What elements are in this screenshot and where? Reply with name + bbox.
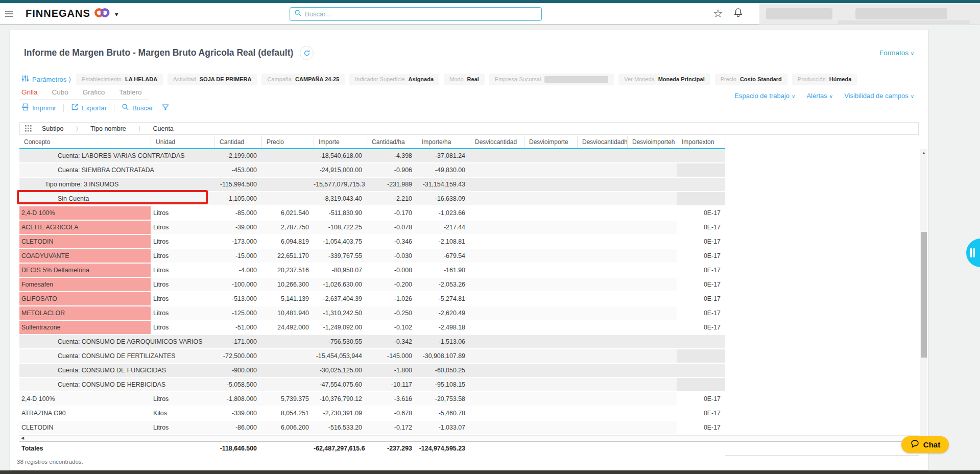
cell-importe-ha: -1,023.66 <box>417 206 470 220</box>
favorite-star-icon[interactable]: ☆ <box>713 8 723 19</box>
vertical-scrollbar[interactable]: ▲ <box>920 149 927 436</box>
cell-precio: 10,266.300 <box>261 278 314 292</box>
link-label: Espacio de trabajo <box>734 92 790 100</box>
parameter-chip-modo[interactable]: ModoReal <box>444 74 485 85</box>
parameters-button[interactable]: Parámetros <box>21 75 66 84</box>
totals-cell-desviocantidadh <box>577 442 627 456</box>
cell-cantidad-ha: -0.008 <box>367 264 417 277</box>
refresh-button[interactable] <box>300 46 314 60</box>
table-row[interactable]: COADYUVANTELitros-15.00022,651.170-339,7… <box>19 249 725 264</box>
imprimir-button[interactable]: Imprimir <box>19 103 58 112</box>
cell-desvioimporte <box>524 278 577 292</box>
table-row[interactable]: CLETODINLitros-86.0006,006.200-516,533.2… <box>19 421 725 435</box>
totals-cell-cantidad-ha: -237.293 <box>367 442 417 456</box>
cell-precio: 8,054.251 <box>261 407 314 420</box>
column-header-cantidad[interactable]: Cantidad <box>214 136 261 148</box>
exportar-button[interactable]: Exportar <box>69 103 109 112</box>
tab-grilla[interactable]: Grilla <box>19 88 45 99</box>
parameter-chip-indicador-superficie[interactable]: Indicador SuperficieAsignada <box>349 74 439 85</box>
cell-desvioimporteh <box>627 206 677 220</box>
hamburger-menu-icon[interactable] <box>3 6 18 21</box>
group-by-tipo-nombre[interactable]: Tipo nombre <box>87 125 129 132</box>
cell-cantidad-ha: -0.906 <box>367 163 417 177</box>
table-row[interactable]: DECIS 5% DeltametrinaLitros-4.00020,237.… <box>19 264 725 278</box>
cell-importe-ha: -2,108.81 <box>417 235 470 249</box>
table-row[interactable]: Cuenta: LABORES VARIAS CONTRATADAS-2,199… <box>19 149 725 163</box>
brand-logo[interactable]: FINNEGANS ▼ <box>26 7 119 20</box>
parameter-chip-campa-a[interactable]: CampañaCAMPAÑA 24-25 <box>261 74 345 85</box>
column-header-desvioimporteh[interactable]: Desvioimporteh <box>627 136 677 148</box>
column-header-desviocantidad[interactable]: Desviocantidad <box>470 136 524 148</box>
cell-desvioimporteh <box>627 421 677 435</box>
tab-tablero[interactable]: Tablero <box>112 88 149 99</box>
table-row[interactable]: Cuenta: CONSUMO DE FUNGICIDAS-900.000-30… <box>19 364 725 378</box>
tab-cubo[interactable]: Cubo <box>45 88 76 99</box>
chat-button[interactable]: Chat <box>901 436 949 453</box>
buscar-button[interactable]: Buscar <box>119 103 155 112</box>
cell-concepto: METOLACLOR <box>19 306 151 320</box>
cell-cantidad: -1,105.000 <box>214 192 261 206</box>
search-input[interactable] <box>305 10 519 18</box>
tab-gr-fico[interactable]: Gráfico <box>76 88 112 99</box>
formats-dropdown[interactable]: Formatos ∨ <box>879 49 914 57</box>
column-header-precio[interactable]: Precio <box>261 136 314 148</box>
cell-importe: -511,830.90 <box>314 206 367 220</box>
filter-funnel-icon[interactable] <box>161 104 170 112</box>
cell-desvioimporte <box>524 149 577 163</box>
parameter-chip-actividad[interactable]: ActividadSOJA DE PRIMERA <box>168 74 257 85</box>
table-row[interactable]: Tipo nombre: 3 INSUMOS-115,994.500-15,57… <box>19 178 725 192</box>
column-header-desviocantidadh[interactable]: Desviocantidadh <box>577 136 627 148</box>
table-row[interactable]: GLIFOSATOLitros-513.0005,141.139-2,637,4… <box>19 292 725 306</box>
scrollbar-thumb[interactable] <box>921 232 927 358</box>
column-header-importexton[interactable]: Importexton <box>677 136 725 148</box>
group-by-cuenta[interactable]: Cuenta <box>150 125 177 132</box>
parameter-chip-establecimiento[interactable]: EstablecimientoLA HELADA <box>76 74 163 85</box>
table-row[interactable]: Cuenta: CONSUMO DE AGROQUIMICOS VARIOS-1… <box>19 335 725 349</box>
table-row[interactable]: Cuenta: CONSUMO DE FERTILIZANTES-72,500.… <box>19 349 725 364</box>
table-row[interactable]: Sin Cuenta-1,105.000-8,319,043.40-2.210-… <box>19 192 725 206</box>
parameter-chip-producci-n[interactable]: ProducciónHúmeda <box>792 74 857 85</box>
formats-label: Formatos <box>879 49 909 57</box>
cell-importexton: 0E-17 <box>677 321 725 335</box>
table-row[interactable]: Cuenta: CONSUMO DE HERBICIDAS-5,058.500-… <box>19 378 725 392</box>
column-header-importe-ha[interactable]: Importe/ha <box>417 136 470 148</box>
parameter-value: SOJA DE PRIMERA <box>200 76 252 82</box>
parameter-chip-ver-moneda[interactable]: Ver MonedaMoneda Principal <box>618 74 710 85</box>
horizontal-scrollbar[interactable]: ◀ <box>19 435 919 441</box>
scroll-left-icon[interactable]: ◀ <box>21 436 24 440</box>
column-header-desvioimporte[interactable]: Desvioimporte <box>524 136 577 148</box>
table-row[interactable]: FomesafenLitros-100.00010,266.300-1,026,… <box>19 278 725 292</box>
column-header-unidad[interactable]: Unidad <box>151 136 214 148</box>
link-visibilidad-de-campos[interactable]: Visibilidad de campos∨ <box>844 92 914 100</box>
parameter-chip-precio[interactable]: PrecioCosto Standard <box>715 74 787 85</box>
table-row[interactable]: Cuenta: SIEMBRA CONTRATADA-453.000-24,91… <box>19 163 725 178</box>
global-search <box>290 7 542 21</box>
link-label: Alertas <box>806 92 827 100</box>
column-header-concepto[interactable]: Concepto <box>19 136 151 148</box>
cell-concepto: 2,4-D 100% <box>19 392 151 406</box>
chevron-down-icon: ∨ <box>792 93 795 99</box>
data-grid: ConceptoUnidadCantidadPrecioImporteCanti… <box>19 136 928 435</box>
cell-precio <box>261 149 314 163</box>
totals-cell-desviocantidad <box>470 442 524 456</box>
table-row[interactable]: ATRAZINA G90Kilos-339.0008,054.251-2,730… <box>19 407 725 421</box>
table-row[interactable]: ACEITE AGRICOLALitros-39.0002,787.750-10… <box>19 221 725 235</box>
table-row[interactable]: SulfentrazoneLitros-51.00024,492.000-1,2… <box>19 321 725 335</box>
scroll-up-icon[interactable]: ▲ <box>920 149 927 155</box>
table-row[interactable]: CLETODINLitros-173.0006,094.819-1,054,40… <box>19 235 725 249</box>
notifications-bell-icon[interactable] <box>732 7 744 21</box>
column-header-importe[interactable]: Importe <box>314 136 367 148</box>
parameter-chip-empresa-sucursal[interactable]: Empresa-Sucursal <box>489 74 614 85</box>
report-card: Informe de Margen Bruto - Margen Bruto A… <box>10 30 928 470</box>
table-row[interactable]: 2,4-D 100%Litros-1,808.0005,739.375-10,3… <box>19 392 725 407</box>
table-row[interactable]: 2,4-D 100%Litros-85.0006,021.540-511,830… <box>19 206 725 221</box>
link-espacio-de-trabajo[interactable]: Espacio de trabajo∨ <box>734 92 795 100</box>
group-by-subtipo[interactable]: Subtipo <box>39 125 66 132</box>
cell-cantidad-ha: -0.678 <box>367 407 417 420</box>
drag-grip-icon[interactable] <box>25 125 32 132</box>
cell-cantidad: -125.000 <box>214 306 261 320</box>
cell-precio: 6,021.540 <box>261 206 314 220</box>
column-header-cantidad-ha[interactable]: Cantidad/ha <box>367 136 417 148</box>
link-alertas[interactable]: Alertas∨ <box>806 92 833 100</box>
table-row[interactable]: METOLACLORLitros-125.00010,481.940-1,310… <box>19 306 725 321</box>
